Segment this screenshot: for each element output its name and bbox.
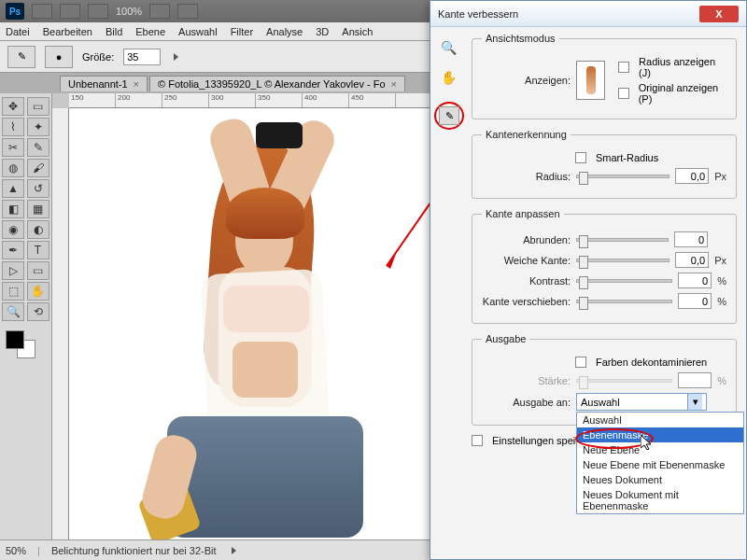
document-canvas[interactable]	[69, 108, 480, 539]
rotate-tool[interactable]: ⟲	[27, 302, 49, 321]
size-label: Größe:	[82, 51, 114, 63]
ruler-vertical	[52, 108, 69, 539]
size-stepper-icon[interactable]	[174, 53, 178, 61]
zoom-icon[interactable]: 🔍	[438, 38, 458, 57]
heal-tool[interactable]: ◍	[2, 159, 24, 177]
contrast-input[interactable]	[678, 273, 712, 288]
menu-ebene[interactable]: Ebene	[135, 26, 165, 37]
hand-tool[interactable]: ✋	[27, 282, 49, 301]
dodge-tool[interactable]: ◐	[27, 220, 49, 239]
radius-input[interactable]	[675, 168, 709, 184]
type-tool[interactable]: T	[27, 241, 49, 259]
smart-radius-checkbox[interactable]	[575, 152, 586, 163]
ps-logo-icon: Ps	[6, 3, 24, 20]
feather-slider[interactable]	[576, 259, 669, 262]
dialog-side-tools: 🔍 ✋	[438, 38, 458, 87]
lasso-tool[interactable]: ⌇	[2, 118, 24, 136]
refine-radius-tool[interactable]: ✎	[439, 106, 459, 125]
dd-option-ebenenmaske[interactable]: Ebenenmaske	[577, 427, 743, 442]
foreground-color-icon[interactable]	[6, 330, 24, 349]
output-to-select[interactable]: Auswahl ▾ Auswahl Ebenenmaske Neue Ebene…	[576, 393, 707, 411]
menu-filter[interactable]: Filter	[231, 26, 253, 37]
bridge-button[interactable]	[32, 4, 52, 19]
history-brush-tool[interactable]: ↺	[27, 179, 49, 198]
brush-preset-picker[interactable]: ●	[45, 46, 73, 68]
minibridge-button[interactable]	[60, 4, 80, 19]
status-message: Belichtung funktioniert nur bei 32-Bit	[51, 545, 217, 556]
dd-option-neue-ebene[interactable]: Neue Ebene	[577, 442, 743, 457]
menu-3d[interactable]: 3D	[316, 26, 329, 37]
dd-option-neues-dokument[interactable]: Neues Dokument	[577, 472, 743, 487]
dialog-title: Kante verbessern	[438, 8, 518, 20]
show-original-checkbox[interactable]	[618, 88, 628, 99]
dd-option-auswahl[interactable]: Auswahl	[577, 413, 743, 427]
shift-slider[interactable]	[576, 300, 672, 303]
view-preview-picker[interactable]	[576, 61, 605, 100]
output-group: Ausgabe Farben dekontaminieren Stärke:% …	[472, 333, 737, 426]
close-icon[interactable]: ×	[391, 78, 397, 90]
svg-marker-2	[641, 435, 651, 450]
amount-input	[678, 372, 712, 388]
output-dropdown: Auswahl Ebenenmaske Neue Ebene Neue Eben…	[576, 412, 744, 514]
feather-input[interactable]	[675, 252, 709, 268]
gradient-tool[interactable]: ▦	[27, 200, 49, 218]
close-button[interactable]: X	[699, 6, 739, 22]
active-tool-icon[interactable]: ✎	[7, 46, 35, 68]
menu-bearbeiten[interactable]: Bearbeiten	[43, 26, 92, 37]
dd-option-neue-ebene-maske[interactable]: Neue Ebene mit Ebenenmaske	[577, 457, 743, 472]
show-radius-checkbox[interactable]	[618, 62, 629, 73]
menu-analyse[interactable]: Analyse	[266, 26, 303, 37]
chevron-down-icon[interactable]: ▾	[687, 394, 702, 410]
menu-bild[interactable]: Bild	[106, 26, 122, 37]
screen-mode-button[interactable]	[88, 4, 108, 19]
image-content	[116, 118, 415, 528]
status-zoom[interactable]: 50%	[6, 545, 26, 556]
smooth-slider[interactable]	[576, 238, 669, 242]
remember-settings-checkbox[interactable]	[472, 435, 483, 446]
status-flyout-icon[interactable]	[232, 547, 236, 554]
dd-option-neues-dokument-maske[interactable]: Neues Dokument mit Ebenenmaske	[577, 487, 743, 513]
amount-slider	[576, 379, 672, 383]
stamp-tool[interactable]: ▲	[2, 179, 24, 198]
brush-size-input[interactable]	[123, 49, 161, 65]
pen-tool[interactable]: ✒	[2, 241, 24, 259]
shape-tool[interactable]: ▭	[27, 261, 49, 280]
eraser-tool[interactable]: ◧	[2, 200, 24, 218]
radius-slider[interactable]	[576, 175, 669, 178]
refine-edge-dialog: Kante verbessern X 🔍 ✋ ✎ Ansichtsmodus A…	[430, 0, 747, 560]
arrange-button[interactable]	[149, 4, 170, 19]
cursor-icon	[641, 435, 652, 450]
crop-tool[interactable]: ✂	[2, 138, 24, 157]
smooth-input[interactable]	[674, 231, 708, 247]
contrast-slider[interactable]	[576, 279, 672, 283]
annotation-circle: ✎	[434, 102, 464, 130]
show-label: Anzeigen:	[482, 75, 571, 86]
close-icon[interactable]: ×	[134, 78, 139, 90]
hand-icon[interactable]: ✋	[438, 68, 458, 87]
doc-tab-1[interactable]: Unbenannt-1×	[60, 76, 148, 91]
zoom-level[interactable]: 100%	[116, 6, 142, 17]
menu-auswahl[interactable]: Auswahl	[178, 26, 218, 37]
doc-tab-2[interactable]: © Fotolia_13395920_L © Alexander Yakovle…	[149, 76, 405, 91]
brush-tool[interactable]: 🖌	[27, 159, 49, 177]
menu-ansicht[interactable]: Ansich	[342, 26, 373, 37]
extras-button[interactable]	[177, 4, 198, 19]
marquee-tool[interactable]: ▭	[27, 97, 49, 116]
decontaminate-checkbox[interactable]	[575, 357, 586, 368]
blur-tool[interactable]: ◉	[2, 220, 24, 239]
adjust-edge-group: Kante anpassen Abrunden: Weiche Kante:Px…	[472, 208, 737, 324]
move-tool[interactable]: ✥	[2, 97, 24, 116]
eyedropper-tool[interactable]: ✎	[27, 138, 49, 157]
zoom-tool[interactable]: 🔍	[2, 302, 24, 321]
wand-tool[interactable]: ✦	[27, 118, 49, 136]
path-select-tool[interactable]: ▷	[2, 261, 24, 280]
dialog-titlebar[interactable]: Kante verbessern X	[430, 1, 746, 27]
tools-panel: ✥ ▭ ⌇ ✦ ✂ ✎ ◍ 🖌 ▲ ↺ ◧ ▦ ◉ ◐ ✒ T ▷ ▭ ⬚ ✋ …	[0, 93, 52, 539]
3d-tool[interactable]: ⬚	[2, 282, 24, 301]
view-mode-group: Ansichtsmodus Anzeigen: Radius anzeigen …	[472, 33, 737, 119]
menu-datei[interactable]: Datei	[6, 26, 30, 37]
color-swatch[interactable]	[2, 329, 49, 360]
shift-input[interactable]	[678, 293, 712, 309]
edge-detection-group: Kantenerkennung Smart-Radius Radius: Px	[472, 129, 737, 199]
